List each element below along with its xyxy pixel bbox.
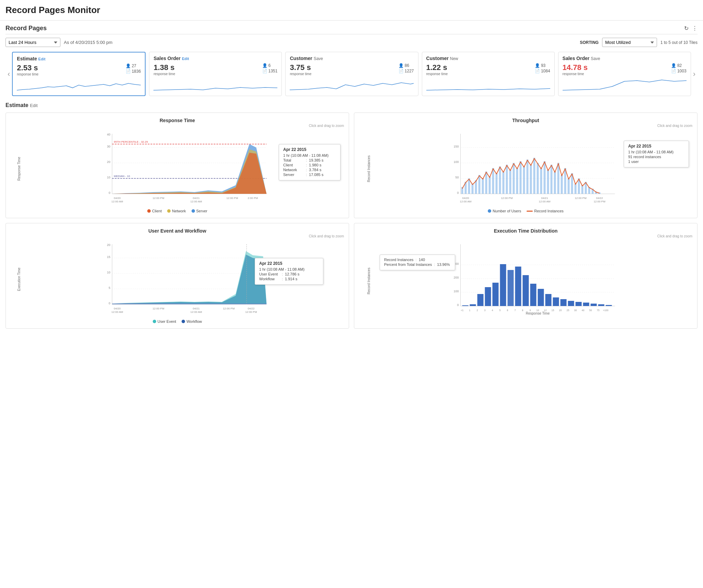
toolbar-right: SORTING Most Utilized Least Utilized Slo…: [580, 38, 698, 47]
tile-customer-new-metrics: 1.22 s response time 👤 93 📄 1084: [426, 63, 550, 76]
tile-sales-order-title: Sales Order Edit: [153, 56, 277, 61]
svg-text:95TH PERCENTILE - 32.29: 95TH PERCENTILE - 32.29: [114, 140, 148, 143]
exec-time-tooltip: Record Instances:140 Percent from Total …: [380, 255, 455, 270]
response-time-tooltip-client: Client:1.980 s: [283, 163, 336, 167]
throughput-tooltip-users: 1 user: [628, 160, 684, 164]
svg-rect-116: [493, 283, 499, 306]
legend-record-instances: Record Instances: [527, 209, 564, 213]
tile-sales-order-save-metrics: 14.78 s response time 👤 82 📄 1003: [563, 63, 687, 76]
legend-users-dot: [488, 209, 491, 213]
svg-text:20: 20: [107, 243, 110, 247]
tile-customer-save-response-label: response time: [290, 72, 311, 76]
svg-text:12:00 PM: 12:00 PM: [226, 197, 238, 200]
svg-rect-50: [520, 161, 522, 194]
svg-text:12:00 AM: 12:00 AM: [539, 200, 551, 203]
throughput-chart-area: Record Instances 0 50 100 150: [359, 130, 692, 207]
sorting-label: SORTING: [580, 40, 599, 45]
svg-rect-61: [557, 163, 560, 194]
svg-rect-40: [485, 172, 487, 194]
legend-server-label: Server: [196, 209, 207, 213]
svg-rect-45: [503, 172, 505, 194]
tile-estimate[interactable]: Estimate Edit 2.53 s response time 👤 27 …: [12, 52, 146, 96]
svg-rect-115: [485, 287, 491, 306]
tiles-count: 1 to 5 out of 10 Tiles: [660, 40, 698, 45]
svg-text:0: 0: [457, 303, 459, 307]
legend-client-label: Client: [152, 209, 162, 213]
response-time-tooltip-period: 1 hr (10:08 AM - 11:08 AM): [283, 153, 336, 157]
svg-text:7: 7: [515, 309, 516, 311]
time-range-select[interactable]: Last 24 Hours Last 1 Hour Last 4 Hours L…: [5, 38, 60, 47]
tile-sales-order[interactable]: Sales Order Edit 1.38 s response time 👤 …: [149, 52, 282, 96]
response-time-y-label: Response Time: [17, 157, 21, 180]
tile-estimate-edit-link[interactable]: Edit: [38, 57, 46, 61]
exec-time-chart-title: Execution Time Distribution: [359, 228, 692, 234]
sorting-select[interactable]: Most Utilized Least Utilized Slowest Fas…: [602, 38, 657, 47]
tile-sales-order-save-title: Sales Order Save: [563, 56, 687, 61]
exec-time-svg: 0 100 200 300: [373, 241, 692, 320]
svg-rect-43: [496, 173, 498, 194]
carousel-next-button[interactable]: ›: [691, 70, 698, 79]
svg-text:04/20: 04/20: [114, 307, 121, 310]
legend-user-event: User Event: [153, 319, 176, 324]
svg-marker-93: [112, 251, 267, 304]
exec-time-tooltip-instances: Record Instances:140: [384, 258, 451, 262]
svg-rect-46: [506, 165, 508, 194]
svg-text:12:00 PM: 12:00 PM: [501, 197, 513, 200]
svg-rect-49: [516, 168, 518, 194]
svg-rect-118: [508, 270, 514, 306]
doc-icon: 📄: [262, 69, 267, 73]
throughput-chart-subtitle: Click and drag to zoom: [359, 124, 692, 128]
tile-customer-save-graph: [290, 78, 414, 92]
tile-sales-order-save[interactable]: Sales Order Save 14.78 s response time 👤…: [558, 52, 691, 96]
tile-customer-save-title: Customer Save: [290, 56, 414, 61]
svg-text:04/22: 04/22: [596, 197, 603, 200]
svg-text:12:00 AM: 12:00 AM: [112, 310, 123, 314]
throughput-tooltip-period: 1 hr (10:08 AM - 11:08 AM): [628, 150, 684, 154]
svg-rect-113: [470, 304, 476, 306]
svg-rect-39: [482, 178, 484, 194]
throughput-legend: Number of Users Record Instances: [359, 209, 692, 213]
svg-text:150: 150: [453, 145, 459, 148]
tile-customer-save[interactable]: Customer Save 3.75 s response time 👤 86 …: [285, 52, 418, 96]
svg-text:15: 15: [552, 309, 554, 311]
tile-customer-save-docs: 📄 1227: [399, 69, 414, 73]
tile-estimate-docs: 📄 1836: [126, 69, 141, 74]
tile-sales-order-edit-link[interactable]: Edit: [182, 57, 189, 61]
svg-text:30: 30: [574, 309, 577, 311]
legend-client-dot: [147, 209, 151, 213]
menu-button[interactable]: ⋮: [692, 25, 698, 32]
refresh-button[interactable]: ↻: [684, 25, 689, 32]
exec-time-y-label: Record Instances: [367, 268, 371, 294]
user-event-tooltip-period: 1 hr (10:08 AM - 11:08 AM): [259, 267, 319, 271]
svg-text:2: 2: [477, 309, 478, 311]
svg-rect-44: [499, 166, 501, 194]
svg-rect-129: [591, 304, 597, 306]
tile-sales-order-graph: [153, 78, 277, 92]
svg-text:12:00 AM: 12:00 AM: [112, 200, 123, 203]
svg-text:40: 40: [107, 133, 110, 136]
svg-rect-114: [477, 294, 484, 306]
tile-estimate-graph: [17, 78, 141, 92]
tile-customer-new[interactable]: Customer New 1.22 s response time 👤 93 📄…: [422, 52, 555, 96]
svg-text:<1: <1: [461, 309, 464, 311]
legend-client: Client: [147, 209, 162, 213]
user-event-tooltip-user-event: User Event:12.786 s: [259, 272, 319, 276]
carousel-prev-button[interactable]: ‹: [5, 70, 12, 79]
toolbar: Last 24 Hours Last 1 Hour Last 4 Hours L…: [5, 38, 698, 47]
tile-sales-order-metrics: 1.38 s response time 👤 6 📄 1351: [153, 63, 277, 76]
user-event-tooltip-date: Apr 22 2015: [259, 261, 319, 266]
legend-user-event-dot: [153, 320, 156, 323]
exec-time-tooltip-percent: Percent from Total Instances:13.96%: [384, 262, 451, 267]
svg-rect-128: [583, 303, 589, 306]
response-time-chart-area: Response Time 0 10 20 30 40: [11, 130, 344, 207]
svg-rect-62: [561, 175, 563, 194]
svg-text:5: 5: [499, 309, 501, 311]
response-time-legend: Client Network Server: [11, 209, 344, 213]
svg-text:20: 20: [107, 160, 110, 164]
svg-text:04/20: 04/20: [462, 197, 469, 200]
svg-text:12:00 PM: 12:00 PM: [152, 307, 164, 310]
svg-text:12:00 AM: 12:00 AM: [191, 310, 202, 314]
svg-text:20: 20: [559, 309, 562, 311]
legend-network-dot: [167, 209, 171, 213]
legend-users: Number of Users: [488, 209, 521, 213]
